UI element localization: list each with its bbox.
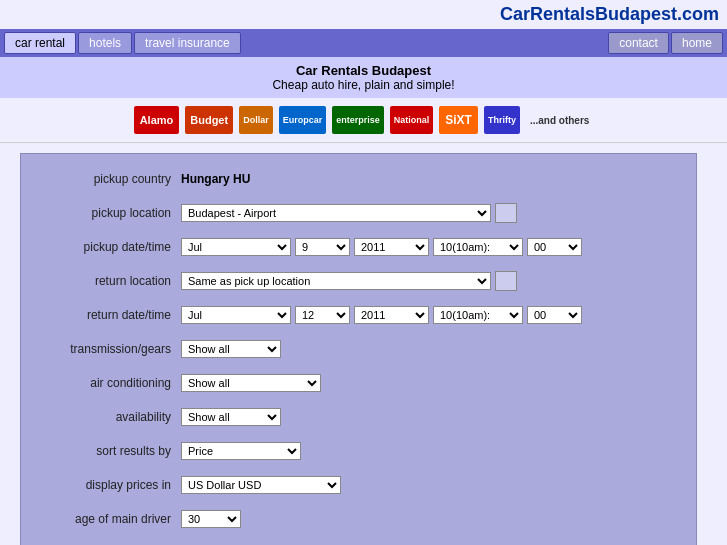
nav-car-rental[interactable]: car rental <box>4 32 76 54</box>
pickup-month-select[interactable]: Jul <box>181 238 291 256</box>
site-subtitle: Cheap auto hire, plain and simple! <box>6 78 721 92</box>
nav-left: car rental hotels travel insurance <box>4 32 241 54</box>
site-title: Car Rentals Budapest <box>6 63 721 78</box>
return-day-select[interactable]: 12 <box>295 306 350 324</box>
brand-name: CarRentalsBudapest.com <box>500 4 719 24</box>
pickup-min-select[interactable]: 00 <box>527 238 582 256</box>
ac-row: air conditioning Show all <box>41 370 676 396</box>
display-prices-label: display prices in <box>41 478 181 492</box>
display-prices-row: display prices in US Dollar USD <box>41 472 676 498</box>
ac-control: Show all <box>181 374 676 392</box>
age-label: age of main driver <box>41 512 181 526</box>
pickup-year-select[interactable]: 2011 <box>354 238 429 256</box>
site-header: Car Rentals Budapest Cheap auto hire, pl… <box>0 57 727 98</box>
transmission-select[interactable]: Show all <box>181 340 281 358</box>
logo-europcar[interactable]: Europcar <box>279 106 327 134</box>
logo-sixt[interactable]: SiXT <box>439 106 478 134</box>
pickup-country-value: Hungary HU <box>181 172 250 186</box>
pickup-location-map-button[interactable] <box>495 203 517 223</box>
transmission-label: transmission/gears <box>41 342 181 356</box>
nav-travel-insurance[interactable]: travel insurance <box>134 32 241 54</box>
pickup-day-select[interactable]: 9 <box>295 238 350 256</box>
return-datetime-label: return date/time <box>41 308 181 322</box>
return-year-select[interactable]: 2011 <box>354 306 429 324</box>
logo-dollar[interactable]: Dollar <box>239 106 273 134</box>
return-location-control: Same as pick up location <box>181 271 676 291</box>
return-time-select[interactable]: 10(10am): <box>433 306 523 324</box>
pickup-time-select[interactable]: 10(10am): <box>433 238 523 256</box>
pickup-datetime-row: pickup date/time Jul 9 2011 10(10am): <box>41 234 676 260</box>
search-form: pickup country Hungary HU pickup locatio… <box>20 153 697 545</box>
return-datetime-row: return date/time Jul 12 2011 10(10am): <box>41 302 676 328</box>
logo-enterprise[interactable]: enterprise <box>332 106 384 134</box>
transmission-control: Show all <box>181 340 676 358</box>
availability-select[interactable]: Show all <box>181 408 281 426</box>
pickup-country-control: Hungary HU <box>181 172 676 186</box>
pickup-datetime-label: pickup date/time <box>41 240 181 254</box>
return-location-select[interactable]: Same as pick up location <box>181 272 491 290</box>
pickup-location-label: pickup location <box>41 206 181 220</box>
sort-label: sort results by <box>41 444 181 458</box>
logo-alamo[interactable]: Alamo <box>134 106 180 134</box>
logo-others[interactable]: ...and others <box>526 106 593 134</box>
ac-label: air conditioning <box>41 376 181 390</box>
age-select[interactable]: 30 <box>181 510 241 528</box>
pickup-country-row: pickup country Hungary HU <box>41 166 676 192</box>
main-content: pickup country Hungary HU pickup locatio… <box>0 143 727 545</box>
nav-hotels[interactable]: hotels <box>78 32 132 54</box>
nav-contact[interactable]: contact <box>608 32 669 54</box>
ac-select[interactable]: Show all <box>181 374 321 392</box>
age-control: 30 <box>181 510 676 528</box>
brand-bar: CarRentalsBudapest.com <box>0 0 727 29</box>
return-min-select[interactable]: 00 <box>527 306 582 324</box>
return-datetime-control: Jul 12 2011 10(10am): 00 <box>181 306 676 324</box>
display-prices-control: US Dollar USD <box>181 476 676 494</box>
availability-label: availability <box>41 410 181 424</box>
nav-right: contact home <box>608 32 723 54</box>
nav-home[interactable]: home <box>671 32 723 54</box>
logo-thrifty[interactable]: Thrifty <box>484 106 520 134</box>
pickup-datetime-control: Jul 9 2011 10(10am): 00 <box>181 238 676 256</box>
pickup-location-control: Budapest - Airport <box>181 203 676 223</box>
sort-row: sort results by Price <box>41 438 676 464</box>
age-row: age of main driver 30 <box>41 506 676 532</box>
return-location-label: return location <box>41 274 181 288</box>
pickup-country-label: pickup country <box>41 172 181 186</box>
logos-bar: Alamo Budget Dollar Europcar enterprise … <box>0 98 727 143</box>
logo-national[interactable]: National <box>390 106 434 134</box>
pickup-location-row: pickup location Budapest - Airport <box>41 200 676 226</box>
currency-select[interactable]: US Dollar USD <box>181 476 341 494</box>
return-location-map-button[interactable] <box>495 271 517 291</box>
sort-control: Price <box>181 442 676 460</box>
return-month-select[interactable]: Jul <box>181 306 291 324</box>
navigation: car rental hotels travel insurance conta… <box>0 29 727 57</box>
transmission-row: transmission/gears Show all <box>41 336 676 362</box>
logo-budget[interactable]: Budget <box>185 106 233 134</box>
sort-select[interactable]: Price <box>181 442 301 460</box>
availability-control: Show all <box>181 408 676 426</box>
return-location-row: return location Same as pick up location <box>41 268 676 294</box>
pickup-location-select[interactable]: Budapest - Airport <box>181 204 491 222</box>
availability-row: availability Show all <box>41 404 676 430</box>
